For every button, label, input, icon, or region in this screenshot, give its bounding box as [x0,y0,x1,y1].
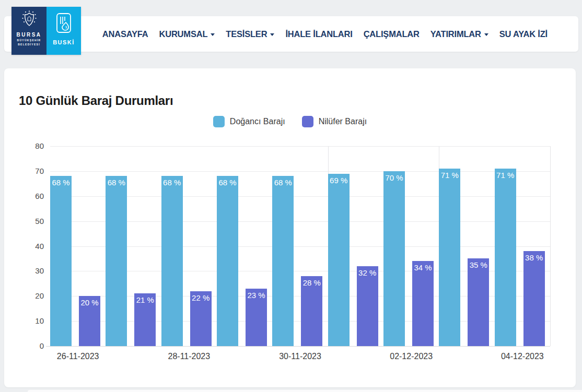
dam-status-bar-chart: 0102030405060708068 %68 %68 %68 %68 %69 … [4,68,576,387]
bar-nilufer-29-11-2023: 23 % [246,289,267,346]
bar-value-label: 69 % [327,176,351,185]
dam-status-card: 10 Günlük Baraj Durumları Doğancı Barajı… [4,68,576,387]
bar-value-label: 68 % [271,178,295,187]
bar-value-label: 22 % [189,293,213,302]
y-tick-label-30: 30 [20,266,44,276]
bar-value-label: 68 % [104,178,129,187]
bar-doganci-29-11-2023: 68 % [217,176,238,346]
nav-item-label: KURUMSAL [159,29,207,39]
x-tick-label-28-11-2023: 28-11-2023 [155,352,223,361]
y-tick-label-70: 70 [20,167,44,176]
x-tick-label-30-11-2023: 30-11-2023 [266,352,334,361]
chevron-down-icon [484,33,488,36]
nav-item-i-hale-i-lanlari[interactable]: İHALE İLANLARI [285,29,352,39]
logo-text-buyuksehir: BÜYÜKŞEHİR [17,39,41,42]
nav-item-tesi-sler[interactable]: TESİSLER [226,29,274,39]
gridline-y-0 [46,346,550,347]
bar-nilufer-27-11-2023: 21 % [134,293,156,346]
nav-item-label: ANASAYFA [102,29,148,39]
bar-nilufer-03-12-2023: 35 % [468,258,489,346]
buski-logo[interactable]: BURSA BÜYÜKŞEHİR BELEDİYESİ BUSKİ [11,7,81,55]
bar-value-label: 38 % [522,253,546,262]
bar-value-label: 70 % [382,173,406,182]
main-navigation: ANASAYFAKURUMSALTESİSLERİHALE İLANLARIÇA… [102,16,548,52]
bar-value-label: 28 % [299,278,324,287]
next-section-edge [28,390,582,392]
buski-waterdrop-icon [54,12,73,37]
bar-doganci-27-11-2023: 68 % [106,176,127,346]
logo-text-bursa: BURSA [16,32,41,38]
bar-doganci-02-12-2023: 70 % [383,171,405,346]
bar-doganci-01-12-2023: 69 % [328,174,350,346]
nav-item-label: ÇALIŞMALAR [364,29,420,39]
bar-nilufer-04-12-2023: 38 % [523,251,545,346]
buski-brand-logo: BUSKİ [46,7,81,55]
nav-item-label: SU AYAK İZİ [499,29,548,39]
bar-value-label: 21 % [133,295,157,304]
nav-item-label: YATIRIMLAR [430,29,481,39]
bar-value-label: 35 % [466,260,491,269]
logo-text-belediyesi: BELEDİYESİ [18,43,40,46]
buski-dam-status-page: { "page": { "background": "#edeff1" }, "… [0,0,582,392]
nav-item-kurumsal[interactable]: KURUMSAL [159,29,215,39]
nav-item-anasayfa[interactable]: ANASAYFA [102,29,148,39]
bar-nilufer-30-11-2023: 28 % [301,276,322,346]
bursa-municipality-logo: BURSA BÜYÜKŞEHİR BELEDİYESİ [11,7,46,55]
bar-value-label: 20 % [77,298,102,307]
nav-item-su-ayak-i-zi-[interactable]: SU AYAK İZİ [499,29,548,39]
logo-text-buski: BUSKİ [53,39,75,45]
chevron-down-icon [270,33,274,36]
y-tick-label-0: 0 [20,341,44,351]
x-tick-label-26-11-2023: 26-11-2023 [44,352,112,361]
y-tick-label-50: 50 [20,217,44,226]
chevron-down-icon [211,33,215,36]
nav-item-label: İHALE İLANLARI [285,29,352,39]
bar-value-label: 71 % [493,171,518,180]
bar-value-label: 68 % [49,178,73,187]
x-tick-label-04-12-2023: 04-12-2023 [488,352,556,361]
nav-item-çalişmalar[interactable]: ÇALIŞMALAR [364,29,420,39]
bar-nilufer-01-12-2023: 32 % [357,266,378,346]
bar-value-label: 32 % [355,268,380,277]
y-tick-label-60: 60 [20,192,44,201]
bar-value-label: 68 % [215,178,240,187]
gridline-x-boundary-9 [550,146,551,346]
bar-doganci-30-11-2023: 68 % [272,176,294,346]
gridline-y-80 [50,146,550,147]
bar-value-label: 71 % [437,171,462,180]
y-tick-label-20: 20 [20,291,44,301]
nav-item-label: TESİSLER [226,29,267,39]
bar-doganci-04-12-2023: 71 % [495,169,516,346]
y-tick-label-10: 10 [20,316,44,326]
municipality-crest-icon [21,10,37,30]
bar-nilufer-02-12-2023: 34 % [412,261,434,346]
bar-nilufer-26-11-2023: 20 % [79,296,100,346]
bar-value-label: 23 % [244,291,269,300]
nav-item-yatirimlar[interactable]: YATIRIMLAR [430,29,488,39]
bar-doganci-28-11-2023: 68 % [161,176,183,346]
bar-nilufer-28-11-2023: 22 % [190,291,212,346]
y-tick-label-80: 80 [20,141,44,151]
y-tick-label-40: 40 [20,242,44,251]
bar-value-label: 34 % [411,263,435,272]
x-tick-label-02-12-2023: 02-12-2023 [377,352,445,361]
bar-value-label: 68 % [160,178,184,187]
bar-doganci-26-11-2023: 68 % [50,176,72,346]
bar-doganci-03-12-2023: 71 % [439,169,460,346]
gridline-y-70 [50,171,550,172]
